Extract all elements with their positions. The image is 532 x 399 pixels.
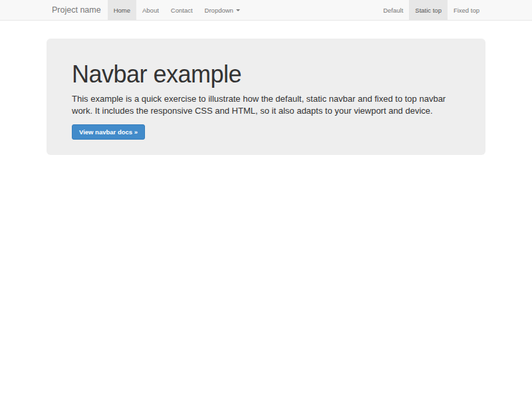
- navbar-brand[interactable]: Project name: [47, 0, 106, 20]
- nav-item-fixed-top[interactable]: Fixed top: [448, 0, 485, 20]
- nav-item-default[interactable]: Default: [377, 0, 409, 20]
- nav-item-label: Fixed top: [454, 7, 479, 14]
- caret-down-icon: [236, 9, 240, 11]
- nav-item-dropdown[interactable]: Dropdown: [199, 0, 246, 20]
- nav-item-label: Dropdown: [205, 7, 233, 14]
- nav-item-label: Static top: [415, 7, 442, 14]
- jumbotron-description: This example is a quick exercise to illu…: [72, 93, 459, 118]
- main-content: Navbar example This example is a quick e…: [47, 39, 485, 155]
- nav-item-label: Default: [383, 7, 403, 14]
- nav-item-contact[interactable]: Contact: [165, 0, 199, 20]
- jumbotron: Navbar example This example is a quick e…: [47, 39, 485, 155]
- navbar: Project name Home About Contact Dropdown…: [0, 0, 532, 21]
- view-navbar-docs-button[interactable]: View navbar docs »: [72, 124, 145, 140]
- navbar-nav-left: Home About Contact Dropdown: [108, 0, 246, 20]
- nav-item-static-top[interactable]: Static top: [409, 0, 448, 20]
- navbar-container: Project name Home About Contact Dropdown…: [47, 0, 485, 20]
- nav-item-label: Contact: [171, 7, 193, 14]
- page-title: Navbar example: [72, 62, 460, 87]
- nav-item-label: About: [142, 7, 159, 14]
- navbar-nav-right: Default Static top Fixed top: [377, 0, 485, 20]
- nav-item-label: Home: [114, 7, 130, 14]
- nav-item-about[interactable]: About: [136, 0, 165, 20]
- nav-item-home[interactable]: Home: [108, 0, 136, 20]
